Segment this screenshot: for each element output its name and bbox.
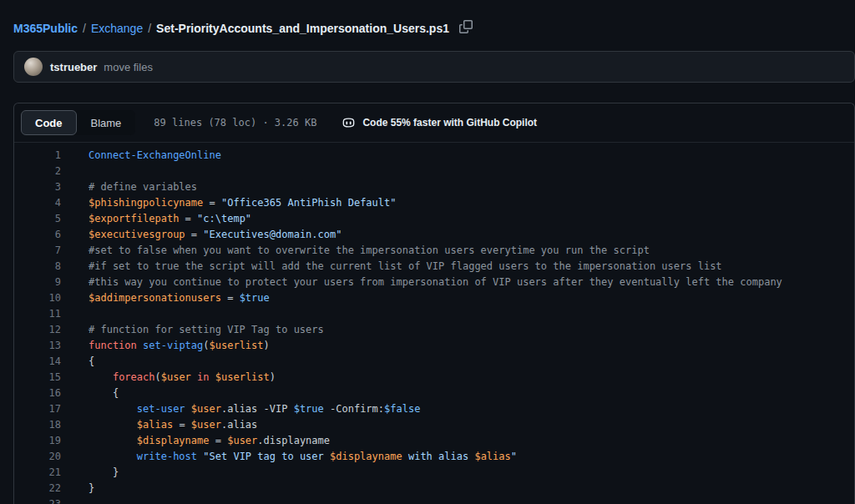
line-number[interactable]: 3: [14, 179, 61, 195]
line-number[interactable]: 18: [14, 417, 61, 433]
copilot-text: Code 55% faster with GitHub Copilot: [362, 117, 537, 129]
avatar[interactable]: [24, 58, 43, 76]
code-token: #set to false when you want to overwrite…: [89, 244, 650, 256]
code-line: 10$addimpersonationusers = $true: [14, 290, 854, 306]
code-line: 19 $displayname = $user.displayname: [14, 433, 854, 449]
code-token: (: [203, 340, 209, 351]
line-number[interactable]: 21: [14, 465, 61, 481]
code-line-content: $displayname = $user.displayname: [61, 433, 330, 449]
code-line: 4$phishingpolicyname = "Office365 AntiPh…: [14, 195, 854, 211]
code-token: $true: [294, 403, 324, 415]
code-token: $addimpersonationusers: [89, 292, 221, 304]
code-line: 7#set to false when you want to overwrit…: [14, 243, 854, 259]
code-line: 8#if set to true the script will add the…: [14, 259, 854, 275]
commit-author-link[interactable]: tstrueber: [50, 61, 97, 73]
code-line-content: # function for setting VIP Tag to users: [61, 322, 324, 338]
code-token: [185, 403, 191, 415]
code-token: [89, 435, 137, 446]
code-token: [191, 371, 197, 383]
code-token: .alias -VIP: [221, 403, 294, 415]
commit-message-link[interactable]: move files: [104, 61, 153, 73]
copy-icon: [459, 20, 473, 36]
line-number[interactable]: 17: [14, 401, 61, 417]
code-token: {: [89, 355, 94, 367]
code-line-content: #this way you continue to protect your u…: [61, 275, 782, 290]
code-token: (: [154, 371, 160, 383]
breadcrumb-separator: /: [78, 22, 91, 35]
code-token: $true: [240, 292, 270, 304]
breadcrumb-folder-link[interactable]: Exchange: [91, 22, 143, 35]
code-token: =: [221, 292, 240, 304]
line-number[interactable]: 16: [14, 386, 61, 401]
file-stats: 89 lines (78 loc) · 3.26 KB: [154, 117, 316, 129]
line-number[interactable]: 9: [14, 275, 61, 290]
line-number[interactable]: 23: [14, 496, 61, 504]
line-number[interactable]: 11: [14, 306, 61, 322]
code-line-content: #if set to true the script will add the …: [61, 259, 722, 275]
code-token: set-user: [137, 403, 185, 415]
code-token: foreach: [113, 371, 155, 383]
line-number[interactable]: 6: [14, 227, 61, 243]
code-line-content: $alias = $user.alias: [61, 417, 257, 433]
code-token: $phishingpolicyname: [89, 197, 203, 209]
code-token: -Confirm:: [324, 403, 384, 415]
code-token: $userlist: [215, 371, 270, 383]
code-token: $exportfilepath: [89, 213, 179, 224]
code-line: 22}: [14, 481, 854, 496]
code-line-content: {: [61, 386, 119, 401]
breadcrumb-repo-link[interactable]: M365Public: [13, 22, 78, 35]
code-token: {: [89, 387, 119, 399]
tab-code[interactable]: Code: [21, 110, 77, 135]
copilot-banner[interactable]: Code 55% faster with GitHub Copilot: [341, 116, 537, 130]
tab-blame[interactable]: Blame: [77, 110, 136, 135]
breadcrumb: M365Public / Exchange / Set-PriorityAcco…: [0, 0, 855, 38]
line-number[interactable]: 7: [14, 243, 61, 259]
line-number[interactable]: 12: [14, 322, 61, 338]
line-number[interactable]: 13: [14, 338, 61, 354]
code-line-content: {: [61, 354, 94, 370]
code-line-content: $phishingpolicyname = "Office365 AntiPhi…: [61, 195, 396, 211]
code-token: "Executives@domain.com": [203, 229, 341, 240]
code-line: 20 write-host "Set VIP tag to user $disp…: [14, 449, 854, 465]
code-line-content: function set-viptag($userlist): [61, 338, 270, 354]
code-token: .alias: [221, 419, 257, 431]
code-line: 1Connect-ExchangeOnline: [14, 148, 854, 164]
line-number[interactable]: 8: [14, 259, 61, 275]
code-line: 17 set-user $user.alias -VIP $true -Conf…: [14, 401, 854, 417]
code-token: $alias: [474, 451, 510, 462]
code-blame-toggle: Code Blame: [21, 110, 135, 135]
file-header: Code Blame 89 lines (78 loc) · 3.26 KB C…: [14, 103, 854, 143]
code-token: $user: [191, 419, 221, 431]
code-token: =: [210, 435, 228, 446]
code-token: ): [270, 371, 276, 383]
code-line-content: write-host "Set VIP tag to user $display…: [61, 449, 517, 465]
code-lines: 1Connect-ExchangeOnline23# define variab…: [14, 143, 854, 504]
code-line: 12# function for setting VIP Tag to user…: [14, 322, 854, 338]
code-token: "c:\temp": [197, 213, 251, 224]
code-token: }: [89, 466, 119, 478]
line-number[interactable]: 22: [14, 481, 61, 496]
code-line: 13function set-viptag($userlist): [14, 338, 854, 354]
breadcrumb-separator: /: [143, 22, 156, 35]
line-number[interactable]: 20: [14, 449, 61, 465]
code-line: 11: [14, 306, 854, 322]
code-token: # function for setting VIP Tag to users: [89, 324, 324, 335]
copy-path-button[interactable]: [458, 18, 474, 38]
line-number[interactable]: 5: [14, 211, 61, 227]
code-line: 23: [14, 496, 854, 504]
line-number[interactable]: 2: [14, 164, 61, 179]
code-line-content: }: [61, 481, 94, 496]
code-token: }: [89, 482, 94, 494]
code-token: ): [264, 340, 270, 351]
line-number[interactable]: 15: [14, 370, 61, 386]
line-number[interactable]: 4: [14, 195, 61, 211]
code-token: set-viptag: [143, 340, 203, 351]
code-token: $false: [384, 403, 420, 415]
code-token: [89, 419, 137, 431]
code-token: =: [185, 229, 204, 240]
line-number[interactable]: 19: [14, 433, 61, 449]
line-number[interactable]: 14: [14, 354, 61, 370]
line-number[interactable]: 1: [14, 148, 61, 164]
line-number[interactable]: 10: [14, 290, 61, 306]
code-token: #this way you continue to protect your u…: [89, 276, 782, 288]
